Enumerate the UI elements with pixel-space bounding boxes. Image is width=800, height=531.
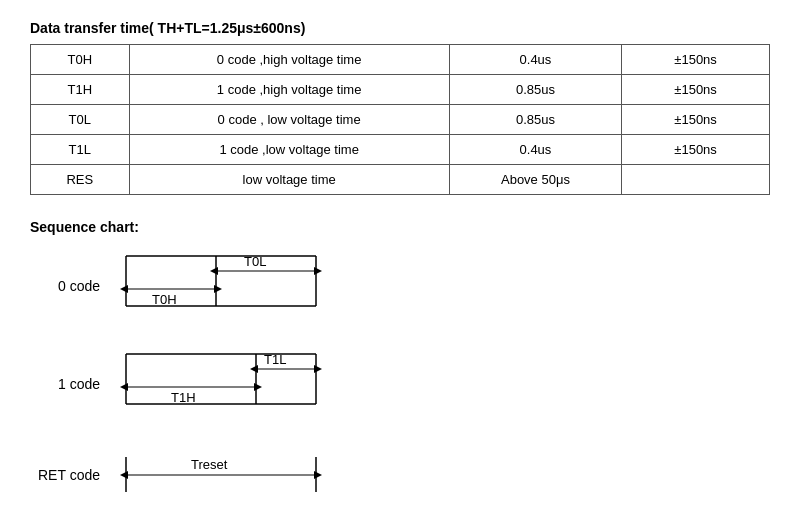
svg-marker-21 (314, 365, 322, 373)
sequence-section: Sequence chart: 0 code (30, 219, 770, 502)
table-row: T1L 1 code ,low voltage time 0.4us ±150n… (31, 135, 770, 165)
seq-row-retcode: RET code Treset (30, 447, 770, 502)
svg-1code: T1H T1L (116, 349, 336, 419)
row-value: Above 50μs (449, 165, 621, 195)
seq-label-0code: 0 code (30, 278, 100, 294)
svg-marker-26 (314, 471, 322, 479)
svg-marker-18 (254, 383, 262, 391)
table-section: Data transfer time( TH+TL=1.25μs±600ns) … (30, 20, 770, 195)
label-t0l: T0L (244, 254, 266, 269)
row-name: T1L (31, 135, 130, 165)
row-tolerance: ±150ns (622, 45, 770, 75)
table-title: Data transfer time( TH+TL=1.25μs±600ns) (30, 20, 770, 36)
row-tolerance: ±150ns (622, 75, 770, 105)
row-description: low voltage time (129, 165, 449, 195)
svg-marker-7 (214, 285, 222, 293)
svg-marker-9 (210, 267, 218, 275)
seq-row-0code: 0 code T0H (30, 251, 770, 321)
label-treset: Treset (191, 457, 228, 472)
table-row: RES low voltage time Above 50μs (31, 165, 770, 195)
svg-retcode: Treset (116, 447, 336, 502)
svg-marker-17 (120, 383, 128, 391)
table-row: T1H 1 code ,high voltage time 0.85us ±15… (31, 75, 770, 105)
row-name: T1H (31, 75, 130, 105)
row-value: 0.85us (449, 75, 621, 105)
sequence-title: Sequence chart: (30, 219, 770, 235)
row-description: 0 code , low voltage time (129, 105, 449, 135)
row-description: 1 code ,high voltage time (129, 75, 449, 105)
diagram-0code: T0H T0L (116, 251, 336, 321)
row-value: 0.85us (449, 105, 621, 135)
seq-label-retcode: RET code (30, 467, 100, 483)
diagram-1code: T1H T1L (116, 349, 336, 419)
row-tolerance: ±150ns (622, 105, 770, 135)
table-row: T0H 0 code ,high voltage time 0.4us ±150… (31, 45, 770, 75)
table-row: T0L 0 code , low voltage time 0.85us ±15… (31, 105, 770, 135)
svg-marker-20 (250, 365, 258, 373)
svg-marker-6 (120, 285, 128, 293)
timing-table: T0H 0 code ,high voltage time 0.4us ±150… (30, 44, 770, 195)
svg-marker-25 (120, 471, 128, 479)
row-description: 0 code ,high voltage time (129, 45, 449, 75)
row-name: T0H (31, 45, 130, 75)
label-t1l: T1L (264, 352, 286, 367)
diagram-retcode: Treset (116, 447, 336, 502)
row-value: 0.4us (449, 45, 621, 75)
row-description: 1 code ,low voltage time (129, 135, 449, 165)
label-t1h: T1H (171, 390, 196, 405)
row-tolerance (622, 165, 770, 195)
svg-marker-10 (314, 267, 322, 275)
row-tolerance: ±150ns (622, 135, 770, 165)
seq-label-1code: 1 code (30, 376, 100, 392)
label-t0h: T0H (152, 292, 177, 307)
seq-row-1code: 1 code T1H T1L (30, 349, 770, 419)
row-name: T0L (31, 105, 130, 135)
svg-0code: T0H T0L (116, 251, 336, 321)
row-name: RES (31, 165, 130, 195)
row-value: 0.4us (449, 135, 621, 165)
